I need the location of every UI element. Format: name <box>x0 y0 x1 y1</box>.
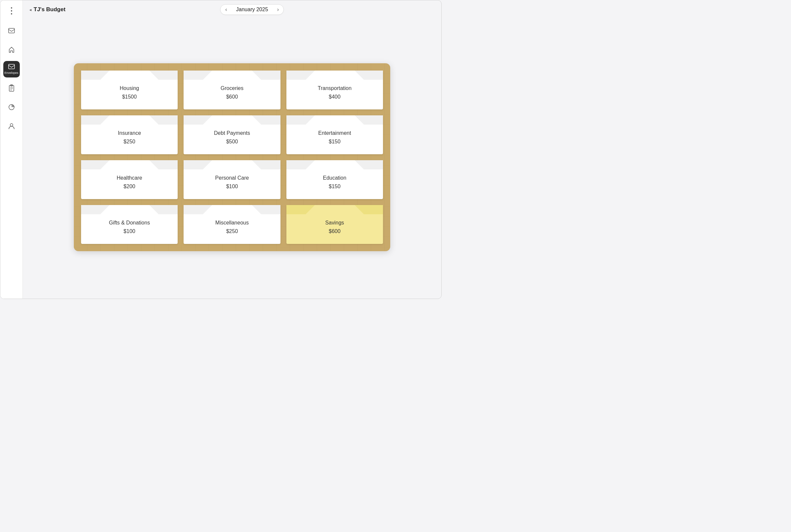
chart-icon <box>8 104 15 111</box>
sidebar-item-mail[interactable] <box>3 23 20 39</box>
envelope-card-savings[interactable]: Savings$600 <box>286 205 383 244</box>
envelope-amount-education: $150 <box>329 184 341 190</box>
envelope-amount-groceries: $600 <box>226 94 238 100</box>
envelope-name-personal-care: Personal Care <box>215 175 249 181</box>
sidebar-item-envelopes[interactable]: Envelopes <box>3 61 20 77</box>
envelope-amount-personal-care: $100 <box>226 184 238 190</box>
envelope-amount-gifts-donations: $100 <box>123 228 135 234</box>
svg-rect-0 <box>8 28 15 33</box>
budget-title: TJ's Budget <box>34 6 65 13</box>
envelope-name-savings: Savings <box>325 220 344 226</box>
envelope-card-insurance[interactable]: Insurance$250 <box>81 115 178 154</box>
envelope-amount-transportation: $400 <box>329 94 341 100</box>
envelope-amount-entertainment: $150 <box>329 139 341 145</box>
svg-rect-1 <box>8 64 15 69</box>
envelope-name-miscellaneous: Miscellaneous <box>215 220 249 226</box>
sidebar-item-charts[interactable] <box>3 99 20 116</box>
person-icon <box>8 123 15 131</box>
envelope-amount-debt-payments: $500 <box>226 139 238 145</box>
envelope-name-groceries: Groceries <box>220 86 243 91</box>
envelope-name-education: Education <box>323 175 346 181</box>
envelope-card-gifts-donations[interactable]: Gifts & Donations$100 <box>81 205 178 244</box>
envelope-name-entertainment: Entertainment <box>319 130 351 136</box>
envelope-card-transportation[interactable]: Transportation$400 <box>286 71 383 110</box>
envelope-amount-miscellaneous: $250 <box>226 228 238 234</box>
content-area: Housing$1500Groceries$600Transportation$… <box>23 19 441 299</box>
envelope-amount-insurance: $250 <box>123 139 135 145</box>
envelope-name-transportation: Transportation <box>318 86 352 91</box>
menu-button[interactable] <box>5 4 18 17</box>
sidebar-item-person[interactable] <box>3 118 20 135</box>
envelope-name-housing: Housing <box>120 86 139 91</box>
envelope-amount-healthcare: $200 <box>123 184 135 190</box>
clipboard-icon <box>8 84 15 93</box>
envelope-name-healthcare: Healthcare <box>117 175 142 181</box>
envelopes-icon <box>8 64 15 70</box>
svg-point-8 <box>10 124 13 126</box>
budget-title-area: ◂ TJ's Budget <box>29 6 65 13</box>
sidebar-item-home[interactable] <box>3 42 20 58</box>
envelope-card-miscellaneous[interactable]: Miscellaneous$250 <box>184 205 280 244</box>
envelope-amount-housing: $1500 <box>122 94 137 100</box>
main-content: ◂ TJ's Budget ‹ January 2025 › Housing$1… <box>23 0 441 299</box>
sidebar: Envelopes <box>0 0 23 299</box>
envelopes-label: Envelopes <box>4 71 18 75</box>
envelope-amount-savings: $600 <box>329 228 341 234</box>
back-chevron-icon: ◂ <box>29 7 32 12</box>
envelope-card-personal-care[interactable]: Personal Care$100 <box>184 160 280 199</box>
envelope-name-gifts-donations: Gifts & Donations <box>109 220 150 226</box>
envelope-card-debt-payments[interactable]: Debt Payments$500 <box>184 115 280 154</box>
envelope-name-insurance: Insurance <box>118 130 141 136</box>
month-navigator: ‹ January 2025 › <box>220 4 284 15</box>
envelope-card-education[interactable]: Education$150 <box>286 160 383 199</box>
next-month-button[interactable]: › <box>277 7 279 12</box>
sidebar-item-clipboard[interactable] <box>3 80 20 97</box>
envelope-name-debt-payments: Debt Payments <box>214 130 250 136</box>
envelope-card-groceries[interactable]: Groceries$600 <box>184 71 280 110</box>
mail-icon <box>8 28 15 34</box>
home-icon <box>8 46 15 54</box>
envelope-card-housing[interactable]: Housing$1500 <box>81 71 178 110</box>
month-label: January 2025 <box>232 6 272 13</box>
header: ◂ TJ's Budget ‹ January 2025 › <box>23 0 441 19</box>
envelope-card-healthcare[interactable]: Healthcare$200 <box>81 160 178 199</box>
prev-month-button[interactable]: ‹ <box>225 7 227 12</box>
envelope-card-entertainment[interactable]: Entertainment$150 <box>286 115 383 154</box>
envelope-board: Housing$1500Groceries$600Transportation$… <box>74 63 390 251</box>
